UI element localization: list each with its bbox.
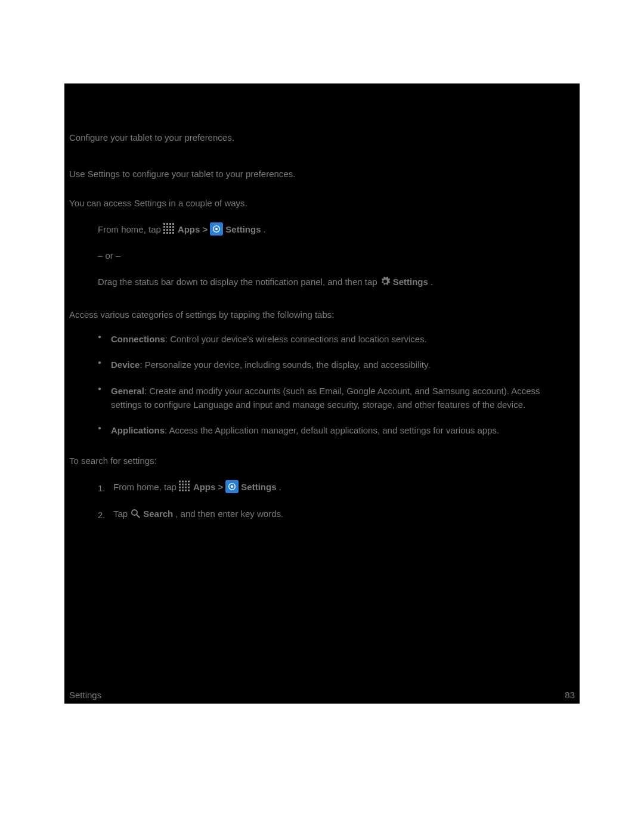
- svg-rect-20: [185, 481, 187, 482]
- gear-icon: [380, 276, 391, 287]
- accessing-text: You can access Settings in a couple of w…: [64, 197, 580, 221]
- svg-rect-24: [185, 484, 187, 485]
- svg-rect-23: [182, 484, 184, 485]
- svg-rect-18: [179, 481, 181, 482]
- search-steps: From home, tap Apps > Settings. Tap: [64, 479, 580, 532]
- svg-rect-28: [185, 487, 187, 488]
- period: .: [431, 274, 433, 290]
- settings-gear-icon: [210, 222, 223, 236]
- footer-right: 83: [565, 690, 575, 700]
- categories-intro: Access various categories of settings by…: [64, 308, 580, 333]
- accessing-step-2: Drag the status bar down to display the …: [98, 274, 575, 303]
- svg-rect-27: [182, 487, 184, 488]
- svg-rect-1: [166, 223, 168, 225]
- cat-desc: : Create and modify your accounts (such …: [111, 386, 540, 410]
- svg-rect-0: [163, 223, 165, 225]
- search-intro: To search for settings:: [64, 454, 580, 479]
- cat-name: Connections: [111, 334, 165, 344]
- svg-rect-2: [169, 223, 171, 225]
- svg-rect-31: [182, 490, 184, 491]
- cat-name: General: [111, 386, 144, 396]
- period: .: [264, 221, 266, 237]
- svg-rect-33: [188, 490, 190, 491]
- svg-rect-8: [163, 229, 165, 231]
- svg-rect-25: [188, 484, 190, 485]
- svg-rect-12: [163, 232, 165, 234]
- step-suffix: , and then enter key words.: [175, 506, 283, 522]
- step-text: Drag the status bar down to display the …: [98, 274, 377, 290]
- step-text: From home, tap: [113, 479, 177, 495]
- svg-point-17: [215, 228, 218, 230]
- cat-desc: : Personalize your device, including sou…: [140, 360, 430, 370]
- list-item: Device: Personalize your device, includi…: [98, 358, 562, 383]
- apps-label: Apps >: [193, 479, 223, 495]
- svg-rect-30: [179, 490, 181, 491]
- svg-rect-15: [172, 232, 174, 234]
- page-footer: Settings 83: [69, 690, 575, 700]
- or-separator: – or –: [98, 250, 575, 274]
- search-icon: [130, 508, 141, 519]
- cat-desc: : Access the Application manager, defaul…: [165, 425, 499, 435]
- svg-rect-4: [163, 226, 165, 228]
- accessing-step-1: From home, tap Apps > Settings.: [98, 221, 575, 250]
- svg-rect-14: [169, 232, 171, 234]
- cat-desc: : Control your device's wireless connect…: [165, 334, 427, 344]
- svg-rect-11: [172, 229, 174, 231]
- categories-list: Connections: Control your device's wirel…: [64, 332, 580, 449]
- list-item: Connections: Control your device's wirel…: [98, 332, 562, 358]
- period: .: [279, 479, 281, 495]
- apps-label: Apps >: [178, 221, 208, 237]
- list-item: Applications: Access the Application man…: [98, 423, 562, 449]
- svg-rect-5: [166, 226, 168, 228]
- svg-rect-6: [169, 226, 171, 228]
- svg-rect-32: [185, 490, 187, 491]
- manual-page: Settings Configure your tablet to your p…: [64, 83, 580, 704]
- cat-name: Applications: [111, 425, 165, 435]
- apps-grid-icon: [163, 223, 175, 235]
- intro-text: Configure your tablet to your preference…: [64, 131, 580, 156]
- settings-label: Settings: [225, 221, 261, 237]
- accessing-steps: From home, tap Apps > Settings. – or –: [64, 221, 580, 303]
- svg-rect-13: [166, 232, 168, 234]
- svg-rect-26: [179, 487, 181, 488]
- using-settings-text: Use Settings to configure your tablet to…: [64, 168, 580, 192]
- svg-rect-9: [166, 229, 168, 231]
- settings-label: Settings: [393, 274, 428, 290]
- svg-rect-22: [179, 484, 181, 485]
- svg-rect-10: [169, 229, 171, 231]
- svg-point-35: [231, 485, 233, 488]
- list-item: General: Create and modify your accounts…: [98, 384, 562, 424]
- footer-left: Settings: [69, 690, 101, 700]
- cat-name: Device: [111, 360, 140, 370]
- svg-rect-3: [172, 223, 174, 225]
- settings-label: Settings: [241, 479, 276, 495]
- search-label: Search: [143, 506, 173, 522]
- apps-grid-icon: [179, 481, 191, 493]
- step-text: From home, tap: [98, 221, 161, 237]
- search-step-1: From home, tap Apps > Settings.: [98, 479, 562, 506]
- svg-rect-29: [188, 487, 190, 488]
- step-text: Tap: [113, 506, 128, 522]
- svg-rect-7: [172, 226, 174, 228]
- svg-line-37: [137, 515, 140, 518]
- svg-rect-19: [182, 481, 184, 482]
- search-step-2: Tap Search, and then enter key words.: [98, 506, 562, 532]
- svg-rect-21: [188, 481, 190, 482]
- settings-gear-icon: [225, 480, 239, 493]
